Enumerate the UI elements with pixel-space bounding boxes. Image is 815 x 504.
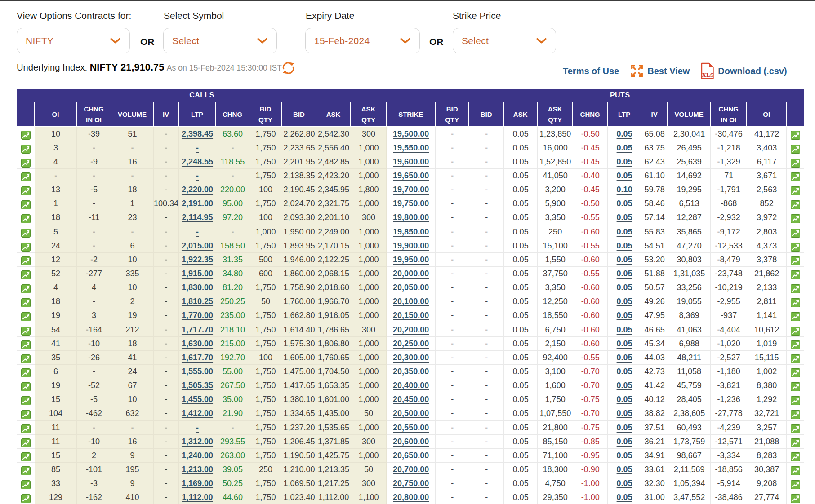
svg-text:XLS: XLS	[702, 71, 713, 78]
